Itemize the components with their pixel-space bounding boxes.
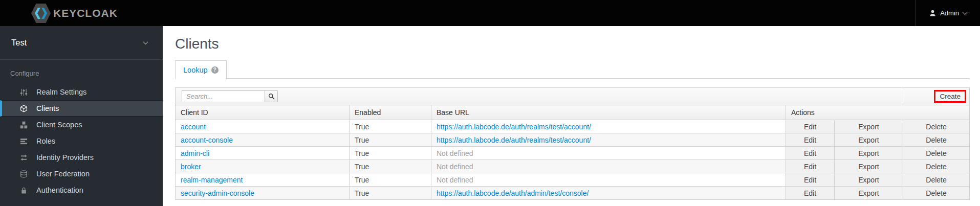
search-group xyxy=(182,90,900,102)
table-row: security-admin-console True https://auth… xyxy=(176,187,970,200)
sidebar-item-user-federation[interactable]: User Federation xyxy=(0,166,163,182)
table-toolbar: Create xyxy=(176,88,970,105)
sidebar-item-realm-settings[interactable]: Realm Settings xyxy=(0,84,163,100)
table-header-row: Client ID Enabled Base URL Actions xyxy=(176,105,970,120)
column-header-actions: Actions xyxy=(786,105,969,120)
cube-icon xyxy=(19,104,28,112)
sidebar-item-clients[interactable]: Clients xyxy=(0,100,163,117)
edit-button[interactable]: Edit xyxy=(786,120,834,133)
client-link[interactable]: broker xyxy=(181,163,201,171)
lock-icon xyxy=(19,186,28,194)
base-url-link[interactable]: https://auth.labcode.de/auth/admin/test/… xyxy=(437,189,589,197)
list-icon xyxy=(19,137,28,145)
user-name: Admin xyxy=(940,9,959,17)
base-url-not-defined: Not defined xyxy=(437,149,473,157)
enabled-value: True xyxy=(350,147,431,160)
delete-button[interactable]: Delete xyxy=(903,173,970,187)
delete-button[interactable]: Delete xyxy=(903,160,970,173)
client-link[interactable]: realm-management xyxy=(181,176,243,184)
sidebar-item-authentication[interactable]: Authentication xyxy=(0,182,163,198)
sidebar-item-label: User Federation xyxy=(36,170,90,178)
edit-button[interactable]: Edit xyxy=(786,187,834,200)
brand-text: KEYCLOAK xyxy=(53,7,118,19)
clients-table: Create Client ID Enabled Base URL Action… xyxy=(175,87,970,200)
sidebar-item-label: Identity Providers xyxy=(36,153,94,162)
enabled-value: True xyxy=(350,120,431,133)
client-link[interactable]: account xyxy=(181,123,206,131)
column-header-base-url: Base URL xyxy=(431,105,786,120)
create-button[interactable]: Create xyxy=(934,90,966,103)
sidebar-item-label: Clients xyxy=(36,104,59,112)
delete-button[interactable]: Delete xyxy=(903,133,970,147)
edit-button[interactable]: Edit xyxy=(786,173,834,187)
table-row: realm-management True Not defined Edit E… xyxy=(176,173,970,187)
cubes-icon xyxy=(19,121,28,129)
delete-button[interactable]: Delete xyxy=(903,120,970,133)
base-url-link[interactable]: https://auth.labcode.de/auth/realms/test… xyxy=(437,123,591,131)
client-link[interactable]: account-console xyxy=(181,136,233,144)
tab-lookup[interactable]: Lookup xyxy=(175,60,227,79)
edit-button[interactable]: Edit xyxy=(786,147,834,160)
sidebar-item-roles[interactable]: Roles xyxy=(0,133,163,149)
base-url-link[interactable]: https://auth.labcode.de/auth/realms/test… xyxy=(437,136,591,144)
export-button[interactable]: Export xyxy=(834,147,903,160)
sidebar-item-client-scopes[interactable]: Client Scopes xyxy=(0,117,163,133)
sliders-icon xyxy=(19,88,28,96)
export-button[interactable]: Export xyxy=(834,133,903,147)
search-toolbar-cell xyxy=(176,88,903,105)
table-row: account-console True https://auth.labcod… xyxy=(176,133,970,147)
enabled-value: True xyxy=(350,173,431,187)
edit-button[interactable]: Edit xyxy=(786,160,834,173)
create-cell: Create xyxy=(903,88,970,105)
realm-name: Test xyxy=(11,38,27,48)
chevron-down-icon xyxy=(963,10,968,15)
database-icon xyxy=(19,170,28,178)
question-circle-icon[interactable] xyxy=(211,66,219,74)
export-button[interactable]: Export xyxy=(834,160,903,173)
main-content: Clients Lookup xyxy=(163,26,980,206)
column-header-enabled: Enabled xyxy=(350,105,431,120)
tab-lookup-label: Lookup xyxy=(183,66,208,74)
base-url-not-defined: Not defined xyxy=(437,163,473,171)
keycloak-logo[interactable]: KEYCLOAK xyxy=(31,3,118,24)
export-button[interactable]: Export xyxy=(834,120,903,133)
clients-table-container: Create Client ID Enabled Base URL Action… xyxy=(175,87,970,200)
tab-bar: Lookup xyxy=(175,60,970,79)
delete-button[interactable]: Delete xyxy=(903,147,970,160)
table-row: admin-cli True Not defined Edit Export D… xyxy=(176,147,970,160)
edit-button[interactable]: Edit xyxy=(786,133,834,147)
sidebar: Test Configure Realm Settings Clients xyxy=(0,26,163,206)
enabled-value: True xyxy=(350,160,431,173)
sidebar-item-label: Client Scopes xyxy=(36,121,82,129)
top-bar: KEYCLOAK Admin xyxy=(0,0,980,26)
chevron-down-icon xyxy=(143,39,148,44)
export-button[interactable]: Export xyxy=(834,187,903,200)
base-url-not-defined: Not defined xyxy=(437,176,473,184)
search-button[interactable] xyxy=(265,90,278,102)
search-icon xyxy=(268,93,275,100)
enabled-value: True xyxy=(350,133,431,147)
table-row: broker True Not defined Edit Export Dele… xyxy=(176,160,970,173)
sidebar-item-identity-providers[interactable]: Identity Providers xyxy=(0,149,163,166)
delete-button[interactable]: Delete xyxy=(903,187,970,200)
sidebar-item-label: Roles xyxy=(36,137,55,145)
realm-selector[interactable]: Test xyxy=(0,26,163,59)
user-menu[interactable]: Admin xyxy=(915,0,980,26)
exchange-icon xyxy=(19,153,28,162)
enabled-value: True xyxy=(350,187,431,200)
client-link[interactable]: admin-cli xyxy=(181,149,209,157)
search-input[interactable] xyxy=(182,90,265,102)
sidebar-section-configure: Configure xyxy=(0,59,163,84)
sidebar-item-label: Authentication xyxy=(36,186,83,194)
keycloak-hexagon-icon xyxy=(31,3,51,24)
column-header-client-id: Client ID xyxy=(176,105,350,120)
client-link[interactable]: security-admin-console xyxy=(181,189,254,197)
export-button[interactable]: Export xyxy=(834,173,903,187)
page-title: Clients xyxy=(175,36,980,52)
user-icon xyxy=(929,9,937,17)
sidebar-item-label: Realm Settings xyxy=(36,88,86,96)
table-row: account True https://auth.labcode.de/aut… xyxy=(176,120,970,133)
